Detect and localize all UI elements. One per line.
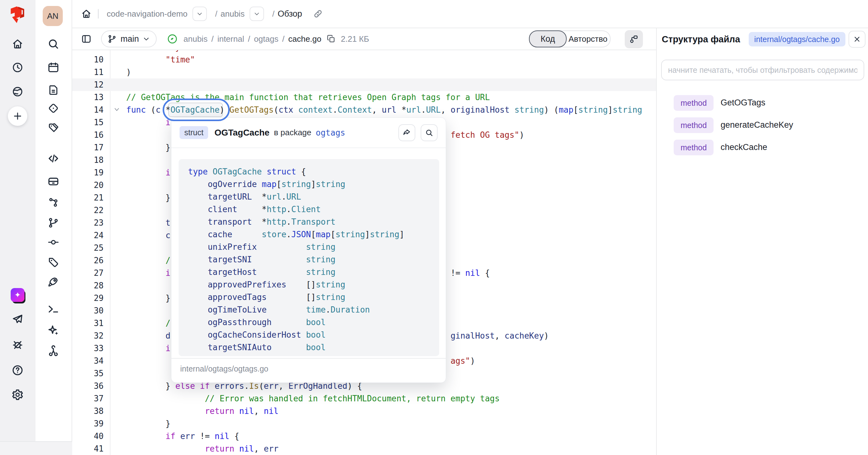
line-number[interactable]: 37 bbox=[72, 392, 103, 405]
line-number[interactable]: 20 bbox=[72, 179, 103, 191]
globe-icon[interactable] bbox=[11, 86, 24, 98]
line-number[interactable]: 11 bbox=[72, 66, 103, 78]
breadcrumb-repo[interactable]: code-navigation-demo bbox=[107, 9, 187, 19]
home-nav-icon[interactable] bbox=[11, 38, 24, 50]
go-to-definition-button[interactable] bbox=[398, 124, 415, 141]
terminal-icon[interactable] bbox=[47, 303, 60, 315]
fold-chevron-icon[interactable] bbox=[114, 106, 120, 112]
line-number[interactable]: 21 bbox=[72, 191, 103, 204]
code-line-13: 13// GetOGTags is the main function that… bbox=[72, 91, 656, 103]
line-number[interactable]: 17 bbox=[72, 141, 103, 154]
branch-name: main bbox=[121, 34, 139, 44]
line-number[interactable]: 29 bbox=[72, 292, 103, 304]
breadcrumb-separator: / bbox=[272, 9, 274, 19]
structure-panel-header: Структура файла internal/ogtags/cache.go bbox=[657, 28, 868, 50]
symbol-package-link[interactable]: ogtags bbox=[316, 128, 345, 137]
tag-icon[interactable] bbox=[48, 256, 59, 268]
line-number[interactable]: 25 bbox=[72, 241, 103, 254]
structure-filter-input[interactable] bbox=[661, 60, 864, 80]
line-number[interactable]: 19 bbox=[72, 166, 103, 179]
line-number[interactable]: 9 bbox=[72, 50, 103, 53]
line-number[interactable]: 38 bbox=[72, 405, 103, 417]
line-number[interactable]: 28 bbox=[72, 279, 103, 292]
panel-file-badge[interactable]: internal/ogtags/cache.go bbox=[749, 32, 845, 46]
line-number[interactable]: 15 bbox=[72, 116, 103, 129]
avatar[interactable]: AN bbox=[43, 6, 63, 26]
chevron-down-icon bbox=[143, 35, 150, 42]
breadcrumb-page: Обзор bbox=[278, 9, 302, 19]
repo-switcher-button[interactable] bbox=[192, 7, 207, 21]
search-icon[interactable] bbox=[47, 38, 60, 50]
help-icon[interactable] bbox=[11, 364, 24, 377]
line-number[interactable]: 39 bbox=[72, 417, 103, 430]
code-line-14: 14func (c *OGTagCache) GetOGTags(ctx con… bbox=[72, 103, 656, 116]
line-number[interactable]: 22 bbox=[72, 204, 103, 217]
line-number[interactable]: 32 bbox=[72, 329, 103, 342]
file-breadcrumb[interactable]: anubis/ internal/ ogtags/ cache.go bbox=[184, 34, 321, 44]
close-panel-button[interactable] bbox=[848, 31, 866, 48]
releases-rocket-icon[interactable] bbox=[48, 276, 59, 288]
popup-source-path[interactable]: internal/ogtags/ogtags.go bbox=[180, 364, 269, 373]
document-icon[interactable] bbox=[48, 84, 59, 96]
repository-icon[interactable] bbox=[47, 175, 60, 188]
line-number[interactable]: 26 bbox=[72, 254, 103, 267]
line-number[interactable]: 41 bbox=[72, 443, 103, 455]
commits-icon[interactable] bbox=[48, 236, 59, 248]
code-line-40: 40 if err != nil { bbox=[72, 430, 656, 443]
find-usages-button[interactable] bbox=[421, 124, 438, 141]
line-number[interactable]: 35 bbox=[72, 367, 103, 380]
tab-code[interactable]: Код bbox=[529, 30, 567, 47]
symbol-kind-badge: struct bbox=[180, 126, 208, 139]
branch-selector[interactable]: main bbox=[101, 30, 157, 47]
bug-report-icon[interactable] bbox=[11, 338, 24, 351]
project-switcher-button[interactable] bbox=[250, 7, 264, 21]
line-number[interactable]: 40 bbox=[72, 430, 103, 443]
top-header: code-navigation-demo / anubis / Обзор bbox=[72, 0, 868, 28]
structure-item-generateCacheKey[interactable]: methodgenerateCacheKey bbox=[657, 114, 868, 136]
settings-gear-icon[interactable] bbox=[11, 388, 24, 401]
line-number[interactable]: 24 bbox=[72, 229, 103, 241]
line-number[interactable]: 36 bbox=[72, 380, 103, 392]
line-number[interactable]: 23 bbox=[72, 217, 103, 229]
branches-icon[interactable] bbox=[48, 217, 59, 229]
file-structure-button[interactable] bbox=[625, 30, 643, 48]
line-number[interactable]: 30 bbox=[72, 304, 103, 317]
copy-path-icon[interactable] bbox=[327, 34, 336, 44]
hooks-icon[interactable] bbox=[47, 345, 60, 357]
line-number[interactable]: 27 bbox=[72, 267, 103, 279]
paper-plane-icon[interactable] bbox=[11, 313, 24, 326]
line-number[interactable]: 33 bbox=[72, 342, 103, 355]
calendar-icon[interactable] bbox=[47, 61, 60, 74]
popup-definition-code[interactable]: type OGTagCache struct { ogOverride map[… bbox=[179, 159, 439, 356]
line-number[interactable]: 10 bbox=[72, 53, 103, 66]
line-number[interactable]: 31 bbox=[72, 317, 103, 329]
line-number[interactable]: 12 bbox=[72, 78, 103, 91]
symbol-name: OGTagCache bbox=[214, 128, 269, 138]
labels-icon[interactable] bbox=[48, 122, 59, 134]
tab-blame[interactable]: Авторство bbox=[559, 30, 611, 47]
structure-item-GetOGTags[interactable]: methodGetOGTags bbox=[657, 92, 868, 114]
create-button[interactable] bbox=[8, 106, 27, 126]
breadcrumb-project[interactable]: anubis bbox=[221, 9, 245, 19]
symbol-name: generateCacheKey bbox=[720, 120, 793, 130]
pull-requests-icon[interactable] bbox=[48, 196, 59, 208]
copy-link-icon[interactable] bbox=[313, 8, 323, 19]
code-icon[interactable] bbox=[47, 152, 60, 165]
line-number[interactable]: 16 bbox=[72, 129, 103, 141]
line-number[interactable]: 18 bbox=[72, 154, 103, 166]
line-number[interactable]: 13 bbox=[72, 91, 103, 103]
line-number[interactable]: 14 bbox=[72, 103, 103, 116]
structure-item-checkCache[interactable]: methodcheckCache bbox=[657, 136, 868, 159]
ai-assistant-icon[interactable]: ✦ bbox=[11, 288, 25, 302]
sidebar-toggle-icon[interactable] bbox=[81, 34, 92, 44]
build-status-icon[interactable] bbox=[167, 34, 177, 44]
history-icon[interactable] bbox=[11, 62, 24, 73]
code-line-9: 9 "syscall" bbox=[72, 50, 656, 53]
home-icon[interactable] bbox=[81, 8, 92, 19]
structure-items: methodGetOGTagsmethodgenerateCacheKeymet… bbox=[657, 92, 868, 159]
sparkles-icon[interactable] bbox=[47, 324, 60, 337]
code-line-11: 11) bbox=[72, 66, 656, 78]
diamond-icon[interactable] bbox=[48, 102, 59, 114]
app-logo[interactable] bbox=[9, 6, 26, 24]
line-number[interactable]: 34 bbox=[72, 355, 103, 367]
